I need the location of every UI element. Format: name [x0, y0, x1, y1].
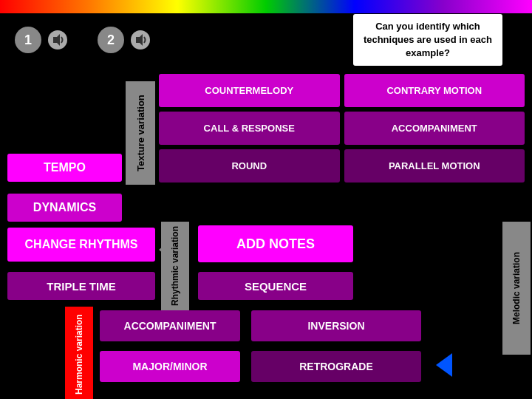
accompaniment-button[interactable]: ACCOMPANIMENT: [100, 310, 240, 341]
number-2: 2: [98, 27, 124, 53]
texture-variation-label: Texture variation: [126, 81, 155, 185]
harmonic-variation-label: Harmonic variation: [65, 307, 93, 399]
number-1: 1: [15, 27, 41, 53]
main-content: Texture variation COUNTERMELODY CONTRARY…: [0, 66, 532, 399]
add-notes-button[interactable]: ADD NOTES: [198, 225, 353, 262]
parallel-motion-card[interactable]: PARALLEL MOTION: [344, 149, 525, 183]
round-card[interactable]: ROUND: [159, 149, 340, 183]
contrary-motion-card[interactable]: CONTRARY MOTION: [344, 74, 525, 107]
question-text: Can you identify which techniques are us…: [353, 14, 502, 66]
retrograde-button[interactable]: RETROGRADE: [251, 351, 421, 382]
tempo-button[interactable]: TEMPO: [7, 154, 122, 182]
top-section: 1 2 Can you identify which techniques ar…: [0, 13, 532, 66]
sequence-button[interactable]: SEQUENCE: [198, 272, 353, 300]
change-rhythms-button[interactable]: CHANGE RHYTHMS: [7, 228, 155, 262]
inversion-button[interactable]: INVERSION: [251, 310, 421, 341]
arrow-left-bottom-icon: [436, 353, 452, 377]
speaker-icon-2[interactable]: [130, 30, 151, 50]
melodic-variation-label: Melodic variation: [502, 222, 531, 355]
rainbow-bar: [0, 0, 532, 13]
call-response-card[interactable]: CALL & RESPONSE: [159, 112, 340, 145]
accompaniment-card[interactable]: ACCOMPANIMENT: [344, 112, 525, 145]
dynamics-button[interactable]: DYNAMICS: [7, 194, 122, 222]
cards-grid: COUNTERMELODY CONTRARY MOTION CALL & RES…: [159, 74, 525, 183]
major-minor-button[interactable]: MAJOR/MINOR: [100, 351, 240, 382]
speaker-icon-1[interactable]: [47, 30, 68, 50]
triple-time-button[interactable]: TRIPLE TIME: [7, 272, 155, 300]
rhythmic-variation-label: Rhythmic variation: [161, 222, 189, 310]
countermelody-card[interactable]: COUNTERMELODY: [159, 74, 340, 107]
